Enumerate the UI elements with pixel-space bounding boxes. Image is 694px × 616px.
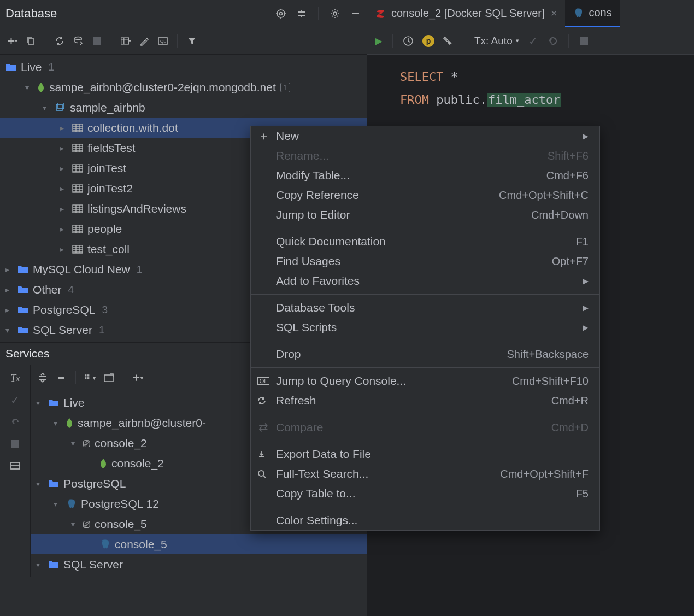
menu-find-usages[interactable]: Find Usages Opt+F7 — [251, 251, 599, 271]
tree-label: sample_airbnb — [70, 101, 145, 114]
menu-modify-table[interactable]: Modify Table... Cmd+F6 — [251, 166, 599, 185]
mongodb-icon — [99, 458, 107, 469]
menu-export-data[interactable]: Export Data to File — [251, 444, 599, 464]
tree-label: test_coll — [87, 243, 130, 256]
menu-label: New — [276, 130, 299, 143]
tx-mode-dropdown[interactable]: Tx: Auto▾ — [474, 35, 519, 47]
menu-color-settings[interactable]: Color Settings... — [251, 511, 599, 530]
add-icon[interactable]: ▾ — [7, 36, 17, 46]
menu-separator — [251, 414, 599, 414]
stop-icon[interactable] — [91, 36, 102, 46]
svg-rect-26 — [580, 37, 588, 45]
tx-icon[interactable]: Tx — [10, 373, 21, 384]
sql-editor[interactable]: SELECT * FROM public.film_actor — [367, 55, 694, 122]
table-view-icon[interactable]: ▾ — [120, 36, 131, 46]
console-icon: QL — [257, 377, 269, 385]
check-icon[interactable]: ✓ — [10, 395, 21, 406]
separator — [111, 34, 111, 48]
minimize-icon[interactable] — [350, 8, 361, 19]
tree-label: PostgreSQL 12 — [81, 497, 159, 511]
menu-shortcut: F5 — [576, 488, 589, 500]
download-icon — [257, 450, 269, 459]
mongodb-icon — [37, 82, 45, 93]
menu-shortcut: Cmd+R — [551, 395, 589, 407]
chevron-right-icon: ▶ — [583, 132, 589, 140]
explain-icon[interactable]: p — [422, 35, 434, 47]
menu-label: Color Settings... — [276, 514, 357, 527]
services-panel-title: Services — [5, 347, 50, 360]
tree-label: MySQL Cloud New — [33, 263, 130, 276]
menu-copy-reference[interactable]: Copy Reference Cmd+Opt+Shift+C — [251, 185, 599, 205]
menu-jump-to-console[interactable]: QL Jump to Query Console... Cmd+Shift+F1… — [251, 371, 599, 391]
tree-label: fieldsTest — [87, 142, 136, 155]
wrench-icon[interactable] — [443, 36, 454, 46]
svg-rect-21 — [87, 374, 89, 376]
svg-rect-18 — [11, 440, 19, 448]
tree-label: Live — [63, 396, 85, 409]
services-console[interactable]: console_5 — [31, 534, 367, 554]
edit-icon[interactable] — [139, 36, 150, 46]
copy-icon[interactable] — [25, 36, 36, 46]
menu-label: Modify Table... — [276, 169, 350, 182]
undo-icon[interactable] — [10, 416, 21, 427]
open-tab-icon[interactable] — [103, 372, 114, 383]
editor-tab[interactable]: cons — [565, 0, 620, 27]
menu-refresh[interactable]: Refresh Cmd+R — [251, 391, 599, 410]
menu-sql-scripts[interactable]: SQL Scripts ▶ — [251, 318, 599, 337]
tree-folder-live[interactable]: Live 1 — [0, 57, 367, 77]
menu-fulltext-search[interactable]: Full-Text Search... Cmd+Opt+Shift+F — [251, 464, 599, 484]
chevron-down-icon: ▾ — [25, 83, 33, 92]
tree-database[interactable]: ▾ sample_airbnb — [0, 97, 367, 118]
sqlserver-icon — [375, 8, 386, 19]
tree-label: console_5 — [115, 538, 167, 551]
menu-database-tools[interactable]: Database Tools ▶ — [251, 298, 599, 318]
chevron-down-icon: ▾ — [36, 398, 44, 407]
console-icon[interactable]: QL — [157, 36, 168, 46]
svg-point-4 — [75, 37, 81, 39]
tree-connection[interactable]: ▾ sampe_airbnb@cluster0-2ejqn.mongodb.ne… — [0, 77, 367, 97]
rollback-icon[interactable] — [548, 36, 558, 46]
sync-icon[interactable] — [73, 36, 84, 46]
run-icon[interactable]: ▶ — [375, 35, 383, 47]
stop-icon[interactable] — [10, 438, 21, 449]
context-menu: ＋ New ▶ Rename... Shift+F6 Modify Table.… — [250, 126, 600, 531]
gear-icon[interactable] — [330, 8, 340, 19]
chevron-right-icon: ▶ — [583, 323, 589, 332]
chevron-down-icon: ▾ — [71, 439, 79, 448]
filter-icon[interactable] — [186, 36, 197, 46]
code-line: FROM public.film_actor — [400, 89, 683, 112]
add-icon[interactable]: ▾ — [132, 372, 143, 383]
menu-new[interactable]: ＋ New ▶ — [251, 126, 599, 146]
stop-icon[interactable] — [579, 36, 590, 46]
svg-point-0 — [277, 10, 285, 17]
table-icon — [72, 164, 83, 173]
expand-all-icon[interactable] — [37, 372, 48, 383]
services-folder-sqlserver[interactable]: ▾ SQL Server — [31, 554, 367, 574]
collapse-all-icon[interactable] — [296, 8, 307, 19]
menu-separator — [251, 507, 599, 507]
tree-label: PostgreSQL — [33, 303, 95, 316]
refresh-icon — [257, 396, 269, 405]
commit-icon[interactable]: ✓ — [528, 36, 539, 46]
group-icon[interactable]: ▾ — [85, 372, 96, 383]
menu-add-favorites[interactable]: Add to Favorites ▶ — [251, 271, 599, 291]
chevron-down-icon: ▾ — [43, 103, 50, 112]
menu-copy-table[interactable]: Copy Table to... F5 — [251, 484, 599, 503]
tree-label: PostgreSQL — [63, 477, 126, 490]
menu-separator — [251, 441, 599, 441]
menu-label: Refresh — [276, 394, 316, 407]
folder-icon — [17, 306, 28, 314]
editor-tab[interactable]: console_2 [Docker SQL Server] ✕ — [367, 0, 565, 27]
collapse-all-icon[interactable] — [56, 372, 67, 383]
target-icon[interactable] — [275, 8, 286, 19]
menu-label: SQL Scripts — [276, 321, 337, 334]
refresh-icon[interactable] — [54, 36, 65, 46]
editor-tab-bar: console_2 [Docker SQL Server] ✕ cons — [367, 0, 694, 27]
menu-quick-doc[interactable]: Quick Documentation F1 — [251, 232, 599, 251]
folder-icon — [17, 265, 28, 274]
menu-drop[interactable]: Drop Shift+Backspace — [251, 344, 599, 364]
history-icon[interactable] — [403, 36, 414, 46]
close-icon[interactable]: ✕ — [550, 8, 557, 19]
layout-icon[interactable] — [10, 460, 21, 471]
menu-jump-to-editor[interactable]: Jump to Editor Cmd+Down — [251, 205, 599, 225]
